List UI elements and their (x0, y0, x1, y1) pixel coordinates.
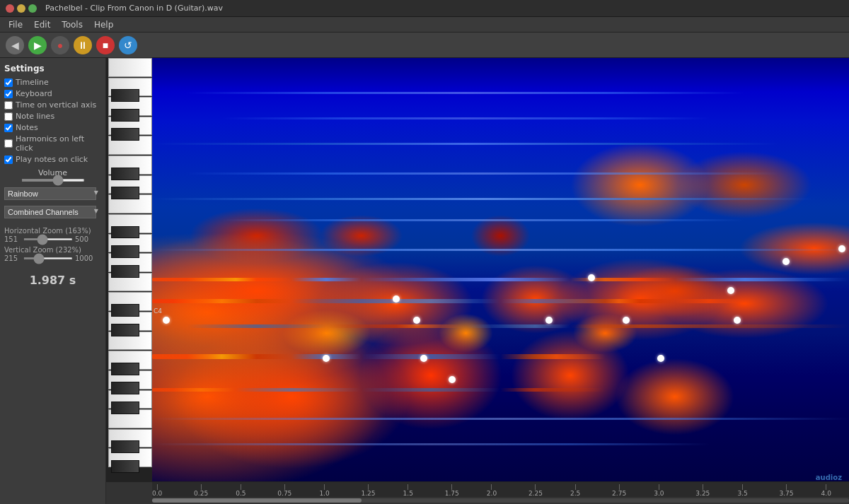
watermark-text: audioz (816, 474, 842, 481)
volume-slider-container (4, 179, 101, 182)
timeline-tick: 0.25 (194, 484, 208, 497)
h-zoom-min: 151 (4, 235, 21, 243)
toolbar: ◀ ▶ ● ⏸ ■ ↺ (0, 33, 849, 58)
note-marker (734, 317, 741, 324)
time-display: 1.987 s (4, 274, 101, 287)
notes-setting: Notes (4, 123, 101, 132)
note-marker (838, 245, 845, 252)
spectrogram-visual (152, 58, 849, 481)
v-zoom-row: 215 1000 (4, 254, 101, 262)
scrollbar-thumb[interactable] (152, 498, 362, 503)
time-vertical-checkbox[interactable] (4, 101, 13, 110)
main-area: Settings Timeline Keyboard Time on verti… (0, 58, 849, 504)
minimize-button[interactable] (17, 4, 25, 13)
harmonics-label: Harmonics on left click (16, 134, 101, 153)
timeline-tick: 1.75 (445, 484, 459, 497)
back-button[interactable]: ◀ (6, 36, 24, 54)
play-notes-checkbox[interactable] (4, 156, 13, 164)
h-zoom-slider[interactable] (23, 238, 73, 240)
timeline-tick: 0.75 (277, 484, 291, 497)
timeline-tick: 3.0 (654, 484, 664, 497)
note-marker (657, 355, 664, 362)
note-marker (588, 274, 595, 281)
menu-help[interactable]: Help (88, 18, 119, 31)
timeline-tick: 2.0 (487, 484, 497, 497)
time-vertical-setting: Time on vertical axis (4, 100, 101, 110)
record-button[interactable]: ● (51, 36, 69, 54)
scrollbar-track (152, 498, 849, 503)
timeline-tick: 1.0 (319, 484, 329, 497)
note-lines-setting: Note lines (4, 112, 101, 121)
c4-label: C4 (154, 307, 162, 315)
h-zoom-max: 500 (75, 235, 92, 243)
timeline-ruler: 0.00.250.50.751.01.251.51.752.02.252.52.… (152, 482, 849, 497)
note-marker (449, 376, 456, 383)
note-marker (623, 317, 630, 324)
zoom-section: Horizontal Zoom (163%) 151 500 Vertical … (4, 227, 101, 262)
keyboard-setting: Keyboard (4, 89, 101, 98)
menu-edit[interactable]: Edit (28, 18, 56, 31)
volume-slider[interactable] (21, 179, 85, 182)
play-notes-label: Play notes on click (16, 155, 88, 164)
timeline-label: Timeline (16, 78, 49, 87)
timeline-tick: 1.25 (362, 484, 376, 497)
h-zoom-row: 151 500 (4, 235, 101, 243)
timeline-tick: 0.0 (152, 484, 162, 497)
timeline-setting: Timeline (4, 78, 101, 87)
timeline-checkbox[interactable] (4, 78, 13, 87)
pause-button[interactable]: ⏸ (74, 36, 92, 54)
v-zoom-min: 215 (4, 254, 21, 262)
settings-heading: Settings (4, 64, 101, 74)
loop-button[interactable]: ↺ (119, 36, 137, 54)
note-marker (413, 317, 420, 324)
harmonics-checkbox[interactable] (4, 139, 13, 148)
channel-mode-dropdown[interactable]: Combined Channels Left Channel Right Cha… (4, 206, 96, 218)
harmonics-setting: Harmonics on left click (4, 134, 101, 153)
window-controls (6, 4, 37, 13)
timeline: 0.00.250.50.751.01.251.51.752.02.252.52.… (106, 481, 849, 497)
channel-mode-dropdown-wrapper: Combined Channels Left Channel Right Cha… (4, 206, 101, 221)
timeline-tick: 4.0 (821, 484, 831, 497)
stop-button[interactable]: ■ (96, 36, 115, 54)
window-title: Pachelbel - Clip From Canon in D (Guitar… (45, 4, 223, 13)
content-area: C4 0.00.250.50.751.01.251.51.752.02.252.… (106, 58, 849, 504)
timeline-tick: 3.25 (695, 484, 710, 497)
note-lines-label: Note lines (16, 112, 54, 121)
keyboard-checkbox[interactable] (4, 90, 13, 98)
piano-keyboard[interactable] (106, 58, 152, 481)
play-notes-setting: Play notes on click (4, 155, 101, 164)
menu-tools[interactable]: Tools (56, 18, 88, 31)
timeline-tick: 2.75 (612, 484, 626, 497)
maximize-button[interactable] (28, 4, 37, 13)
notes-label: Notes (16, 123, 38, 132)
timeline-tick: 3.75 (780, 484, 794, 497)
timeline-tick: 0.5 (236, 484, 246, 497)
timeline-tick: 2.25 (529, 484, 543, 497)
menubar: File Edit Tools Help (0, 17, 849, 33)
note-marker (420, 355, 427, 362)
menu-file[interactable]: File (3, 18, 28, 31)
sidebar: Settings Timeline Keyboard Time on verti… (0, 58, 106, 504)
timeline-tick: 2.5 (570, 484, 580, 497)
timeline-tick: 1.5 (403, 484, 413, 497)
close-button[interactable] (6, 4, 14, 13)
note-marker (545, 317, 553, 324)
note-marker (727, 287, 734, 294)
note-marker (163, 317, 170, 324)
spectrogram-area: C4 (106, 58, 849, 481)
note-marker (782, 258, 790, 265)
notes-checkbox[interactable] (4, 124, 13, 132)
h-scrollbar[interactable] (106, 497, 849, 504)
color-scheme-dropdown-wrapper: Rainbow Blue-Red Grayscale Heat (4, 187, 101, 203)
note-marker (393, 295, 400, 303)
color-scheme-dropdown[interactable]: Rainbow Blue-Red Grayscale Heat (4, 187, 96, 200)
titlebar: Pachelbel - Clip From Canon in D (Guitar… (0, 0, 849, 17)
note-lines-checkbox[interactable] (4, 112, 13, 121)
timeline-tick: 3.5 (737, 484, 747, 497)
keyboard-label: Keyboard (16, 89, 52, 98)
v-zoom-max: 1000 (75, 254, 93, 262)
v-zoom-slider[interactable] (23, 257, 73, 259)
play-button[interactable]: ▶ (28, 36, 47, 54)
spectrogram-canvas[interactable]: C4 (152, 58, 849, 481)
time-vertical-label: Time on vertical axis (16, 100, 96, 110)
